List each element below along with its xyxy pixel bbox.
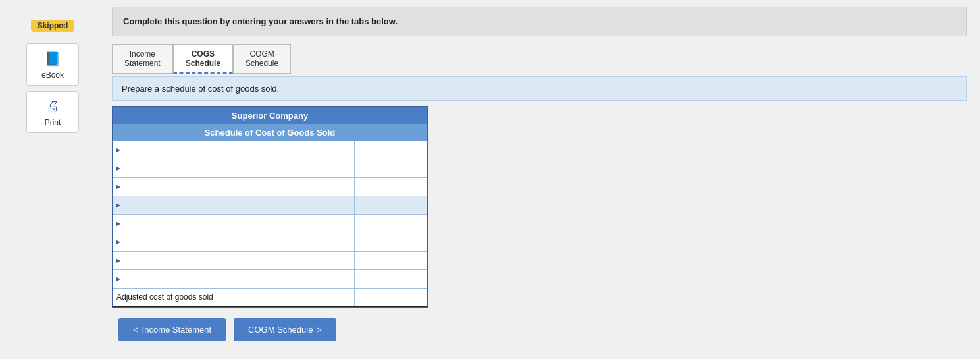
schedule-table: Superior Company Schedule of Cost of Goo… (112, 106, 428, 308)
row1-value (355, 141, 427, 159)
table-body: Adjusted cost of goods sold (113, 141, 427, 307)
row5-label (113, 215, 355, 233)
table-row (113, 252, 427, 270)
instruction-bar: Complete this question by entering your … (112, 7, 967, 36)
row6-label-input[interactable] (123, 238, 350, 247)
row1-label-input[interactable] (123, 146, 350, 155)
row8-label (113, 270, 355, 288)
row8-value (355, 270, 427, 288)
adjusted-cost-label: Adjusted cost of goods sold (116, 292, 213, 302)
row2-label-input[interactable] (123, 164, 350, 173)
row2-value (355, 159, 427, 177)
prev-button-label: Income Statement (142, 325, 212, 335)
table-company-name: Superior Company (113, 107, 427, 124)
row6-label (113, 233, 355, 251)
row5-label-input[interactable] (123, 219, 350, 229)
prev-button[interactable]: < Income Statement (118, 318, 226, 341)
table-row (113, 178, 427, 196)
tab-cogm-schedule[interactable]: COGMSchedule (233, 44, 291, 74)
row4-value (355, 196, 427, 214)
row4-label (113, 196, 355, 214)
table-row-final: Adjusted cost of goods sold (113, 289, 427, 307)
table-row (113, 196, 427, 215)
table-row (113, 233, 427, 252)
table-row (113, 270, 427, 289)
row3-label-input[interactable] (123, 182, 350, 192)
next-arrow-icon: > (317, 325, 322, 335)
next-button-label: COGM Schedule (248, 325, 313, 335)
row5-value-input[interactable] (359, 219, 423, 229)
table-row (113, 215, 427, 233)
row7-value (355, 252, 427, 269)
sidebar-item-ebook-label: eBook (41, 70, 64, 80)
row8-label-input[interactable] (123, 275, 350, 284)
row-final-label: Adjusted cost of goods sold (113, 289, 355, 306)
ebook-icon: 📘 (43, 49, 62, 68)
prev-arrow-icon: < (133, 325, 138, 335)
row3-label (113, 178, 355, 196)
row4-label-input[interactable] (123, 201, 350, 210)
row1-label (113, 141, 355, 159)
instruction-text: Complete this question by entering your … (123, 16, 398, 26)
row7-label-input[interactable] (123, 256, 350, 265)
sidebar-item-print-label: Print (45, 118, 61, 127)
row-final-value (355, 289, 427, 306)
row6-value (355, 233, 427, 251)
sidebar: Skipped 📘 eBook 🖨 Print (0, 0, 105, 359)
print-icon: 🖨 (43, 97, 62, 115)
sub-instruction: Prepare a schedule of cost of goods sold… (112, 76, 967, 101)
row5-value (355, 215, 427, 233)
table-title: Schedule of Cost of Goods Sold (113, 124, 427, 141)
row-final-value-input[interactable] (359, 292, 423, 302)
sidebar-item-ebook[interactable]: 📘 eBook (26, 43, 79, 86)
main-content: Complete this question by entering your … (105, 0, 980, 359)
row7-label (113, 252, 355, 269)
tab-income-statement[interactable]: IncomeStatement (112, 44, 173, 74)
skipped-badge: Skipped (31, 20, 75, 32)
tabs-row: IncomeStatement COGSSchedule COGMSchedul… (112, 44, 967, 74)
row8-value-input[interactable] (359, 275, 423, 284)
nav-buttons: < Income Statement COGM Schedule > (112, 318, 967, 341)
table-row (113, 159, 427, 178)
row7-value-input[interactable] (359, 256, 423, 265)
row1-value-input[interactable] (359, 146, 423, 155)
row4-value-input[interactable] (359, 201, 423, 210)
row2-value-input[interactable] (359, 164, 423, 173)
next-button[interactable]: COGM Schedule > (234, 318, 336, 341)
sidebar-item-print[interactable]: 🖨 Print (26, 91, 79, 133)
row3-value-input[interactable] (359, 182, 423, 192)
row2-label (113, 159, 355, 177)
tab-cogs-schedule[interactable]: COGSSchedule (173, 44, 233, 74)
row3-value (355, 178, 427, 196)
table-row (113, 141, 427, 159)
row6-value-input[interactable] (359, 238, 423, 247)
